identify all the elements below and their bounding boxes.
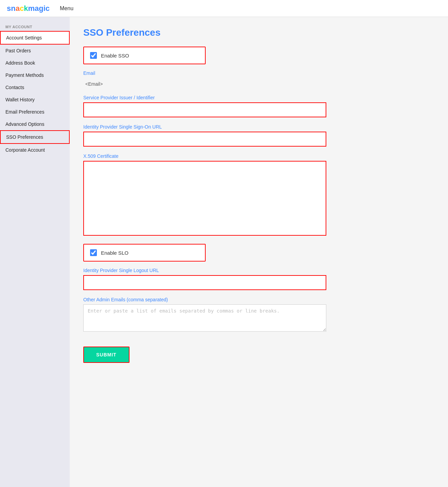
enable-sso-checkbox[interactable] — [90, 52, 97, 59]
idp-slo-url-input[interactable] — [83, 275, 326, 290]
idp-slo-url-label: Identity Provider Single Logout URL — [83, 268, 434, 273]
enable-slo-label[interactable]: Enable SLO — [101, 250, 128, 256]
admin-emails-label: Other Admin Emails (comma separated) — [83, 297, 434, 302]
submit-button[interactable]: SUBMIT — [83, 347, 130, 363]
admin-emails-section: Other Admin Emails (comma separated) — [83, 297, 434, 333]
sidebar-item-corporate-account[interactable]: Corporate Account — [0, 144, 70, 156]
service-provider-input[interactable] — [83, 102, 326, 117]
main-content: SSO Preferences Enable SSO Email <Email>… — [70, 17, 448, 487]
idp-slo-url-section: Identity Provider Single Logout URL — [83, 268, 434, 290]
sidebar-section-label: MY ACCOUNT — [0, 22, 70, 31]
sidebar-item-wallet-history[interactable]: Wallet History — [0, 94, 70, 106]
enable-slo-checkbox[interactable] — [90, 249, 97, 256]
service-provider-section: Service Provider Issuer / Identifier — [83, 95, 434, 117]
sidebar-item-past-orders[interactable]: Past Orders — [0, 45, 70, 57]
enable-sso-label[interactable]: Enable SSO — [101, 53, 129, 58]
logo: snackmagic — [7, 4, 50, 13]
sidebar-item-sso-preferences[interactable]: SSO Preferences — [0, 130, 70, 144]
idp-sso-url-section: Identity Provider Single Sign-On URL — [83, 124, 434, 147]
sidebar-item-contacts[interactable]: Contacts — [0, 81, 70, 94]
menu-button[interactable]: Menu — [60, 5, 73, 12]
sidebar: MY ACCOUNT Account Settings Past Orders … — [0, 17, 70, 487]
sidebar-item-email-preferences[interactable]: Email Preferences — [0, 106, 70, 118]
sidebar-item-address-book[interactable]: Address Book — [0, 57, 70, 69]
sidebar-item-advanced-options[interactable]: Advanced Options — [0, 118, 70, 130]
header: snackmagic Menu — [0, 0, 448, 17]
x509-textarea[interactable] — [83, 161, 326, 236]
layout: MY ACCOUNT Account Settings Past Orders … — [0, 17, 448, 487]
admin-emails-textarea[interactable] — [83, 304, 326, 332]
enable-sso-container: Enable SSO — [83, 47, 206, 64]
email-value: <Email> — [83, 78, 434, 88]
sidebar-item-account-settings[interactable]: Account Settings — [0, 31, 70, 45]
x509-wrapper — [83, 161, 326, 237]
enable-slo-container: Enable SLO — [83, 244, 206, 262]
x509-section: X.509 Certificate — [83, 153, 434, 237]
x509-label: X.509 Certificate — [83, 153, 434, 159]
email-label: Email — [83, 70, 434, 76]
page-title: SSO Preferences — [83, 27, 434, 38]
idp-sso-url-input[interactable] — [83, 132, 326, 147]
service-provider-label: Service Provider Issuer / Identifier — [83, 95, 434, 100]
sidebar-item-payment-methods[interactable]: Payment Methods — [0, 69, 70, 81]
email-section: Email <Email> — [83, 70, 434, 88]
idp-sso-url-label: Identity Provider Single Sign-On URL — [83, 124, 434, 130]
